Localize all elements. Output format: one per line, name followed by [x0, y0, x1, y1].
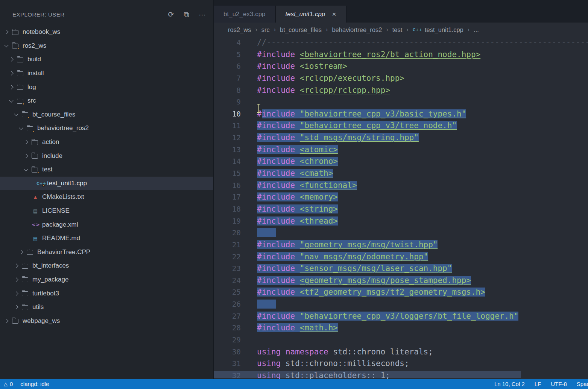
- cursor-position[interactable]: Ln 10, Col 2: [494, 381, 525, 387]
- chevron-collapsed-icon[interactable]: [14, 305, 18, 309]
- tree-item-label: bt_course_files: [32, 111, 75, 118]
- tab-bt_u2_ex3.cpp[interactable]: bt_u2_ex3.cpp: [214, 6, 276, 23]
- chevron-collapsed-icon[interactable]: [24, 154, 28, 158]
- tree-folder-behaviortree_ros2[interactable]: behaviortree_ros2: [0, 121, 213, 135]
- selection-newline-mark: [257, 300, 276, 309]
- chevron-expanded-icon[interactable]: [9, 98, 13, 102]
- line-number: 28: [214, 322, 241, 334]
- refresh-icon[interactable]: ⟳: [168, 11, 174, 18]
- tree-folder-notebook_ws[interactable]: notebook_ws: [0, 25, 213, 39]
- line-number: 21: [214, 239, 241, 251]
- tree-folder-install[interactable]: install: [0, 67, 213, 80]
- tree-file-README.md[interactable]: ▤README.md: [0, 232, 213, 245]
- tree-folder-test[interactable]: test: [0, 163, 213, 177]
- code-line-8: 8#include <rclcpp/rclcpp.hpp>: [214, 85, 588, 97]
- tree-folder-build[interactable]: build: [0, 53, 213, 67]
- folder-icon: [12, 44, 18, 48]
- code-line-14: 14#include <chrono>: [214, 156, 588, 168]
- tree-folder-utils[interactable]: utils: [0, 300, 213, 314]
- line-number: 11: [214, 120, 241, 132]
- breadcrumb-item-bt_course_files[interactable]: bt_course_files: [280, 26, 322, 33]
- chevron-expanded-icon[interactable]: [24, 167, 28, 171]
- cpp-file-icon: C++: [413, 28, 422, 32]
- code-text: #include <string>: [257, 203, 338, 215]
- folder-icon: [32, 154, 38, 159]
- code-text: #include <memory>: [257, 191, 338, 203]
- tree-folder-BehaviorTree.CPP[interactable]: BehaviorTree.CPP: [0, 245, 213, 259]
- tree-folder-ros2_ws[interactable]: ros2_ws: [0, 39, 213, 53]
- indent-indicator[interactable]: Spac: [577, 381, 588, 387]
- chevron-collapsed-icon[interactable]: [14, 291, 18, 295]
- tree-folder-webpage_ws[interactable]: webpage_ws: [0, 314, 213, 328]
- eol-indicator[interactable]: LF: [535, 381, 541, 387]
- folder-icon: [22, 264, 28, 269]
- line-number: 15: [214, 168, 241, 180]
- chevron-collapsed-icon[interactable]: [14, 277, 18, 282]
- chevron-collapsed-icon[interactable]: [9, 85, 13, 89]
- tree-file-test_unit1.cpp[interactable]: C++test_unit1.cpp: [0, 177, 213, 191]
- tree-folder-log[interactable]: log: [0, 80, 213, 94]
- line-number: 8: [214, 85, 241, 97]
- git-modified-badge: [17, 47, 20, 50]
- line-number: 26: [214, 298, 241, 310]
- code-line-28: 28#include <math.h>: [214, 322, 588, 334]
- tree-folder-include[interactable]: include: [0, 149, 213, 163]
- folder-icon: [27, 250, 33, 255]
- chevron-collapsed-icon[interactable]: [4, 30, 8, 34]
- close-tab-icon[interactable]: ×: [332, 11, 336, 18]
- tree-item-label: include: [42, 152, 62, 160]
- chevron-expanded-icon[interactable]: [19, 126, 23, 130]
- markdown-file-icon: ▤: [32, 236, 39, 241]
- breadcrumb-item-test[interactable]: test: [392, 26, 403, 33]
- tree-item-label: bt_interfaces: [32, 262, 69, 269]
- chevron-collapsed-icon[interactable]: [24, 140, 28, 144]
- collapse-folders-icon[interactable]: ⧉: [184, 11, 189, 18]
- tree-item-label: test_unit1.cpp: [47, 180, 87, 187]
- code-line-16: 16#include <functional>: [214, 180, 588, 192]
- tab-test_unit1.cpp[interactable]: test_unit1.cpp×: [276, 6, 346, 23]
- chevron-collapsed-icon[interactable]: [4, 319, 8, 323]
- tree-file-LICENSE[interactable]: ▤LICENSE: [0, 204, 213, 218]
- clangd-status[interactable]: clangd: idle: [20, 381, 49, 387]
- breadcrumb-item-src[interactable]: src: [261, 26, 270, 33]
- tree-folder-bt_course_files[interactable]: bt_course_files: [0, 108, 213, 122]
- encoding-indicator[interactable]: UTF-8: [551, 381, 567, 387]
- breadcrumb-separator-icon: ›: [274, 26, 276, 33]
- chevron-expanded-icon[interactable]: [4, 43, 8, 47]
- breadcrumb-item-test_unit1.cpp[interactable]: C++test_unit1.cpp: [413, 26, 463, 33]
- code-text: #include <iostream>: [257, 61, 347, 73]
- horizontal-scrollbar[interactable]: [214, 371, 521, 378]
- tree-item-label: test: [42, 166, 52, 173]
- breadcrumb-item-...[interactable]: ...: [474, 26, 479, 33]
- git-modified-badge: [27, 116, 30, 119]
- chevron-collapsed-icon[interactable]: [19, 250, 23, 254]
- problems-indicator[interactable]: △ 0: [4, 381, 13, 387]
- chevron-collapsed-icon[interactable]: [9, 71, 13, 75]
- warning-icon: △: [4, 381, 8, 387]
- line-number: 19: [214, 215, 241, 227]
- chevron-collapsed-icon[interactable]: [14, 264, 18, 268]
- code-line-19: 19#include <thread>: [214, 215, 588, 227]
- tree-folder-my_package[interactable]: my_package: [0, 273, 213, 287]
- vscode-window: EXPLORER: USER ⟳⧉··· notebook_wsros2_wsb…: [0, 0, 588, 389]
- tree-folder-action[interactable]: action: [0, 135, 213, 149]
- tree-folder-turtlebot3[interactable]: turtlebot3: [0, 286, 213, 300]
- cpp-file-icon: C++: [36, 182, 44, 186]
- code-editor[interactable]: 4//-------------------------------------…: [214, 37, 588, 379]
- code-line-5: 5#include <behaviortree_ros2/bt_action_n…: [214, 49, 588, 61]
- code-line-26: 26: [214, 298, 588, 310]
- tree-folder-bt_interfaces[interactable]: bt_interfaces: [0, 259, 213, 273]
- explorer-title: EXPLORER: USER: [12, 11, 65, 18]
- chevron-collapsed-icon[interactable]: [9, 58, 13, 62]
- tree-folder-src[interactable]: src: [0, 94, 213, 108]
- folder-icon: [17, 58, 23, 62]
- chevron-expanded-icon[interactable]: [14, 112, 18, 116]
- more-actions-icon[interactable]: ···: [199, 11, 206, 18]
- tree-file-package.xml[interactable]: <>package.xml: [0, 218, 213, 232]
- tree-file-CMakeLists.txt[interactable]: ▲CMakeLists.txt: [0, 190, 213, 204]
- breadcrumb-item-ros2_ws[interactable]: ros2_ws: [228, 26, 251, 33]
- code-text: using namespace std::chrono_literals;: [257, 346, 433, 358]
- line-number: 7: [214, 73, 241, 85]
- file-tree: notebook_wsros2_wsbuildinstalllogsrcbt_c…: [0, 24, 213, 379]
- breadcrumb-item-behaviortree_ros2[interactable]: behaviortree_ros2: [332, 26, 382, 33]
